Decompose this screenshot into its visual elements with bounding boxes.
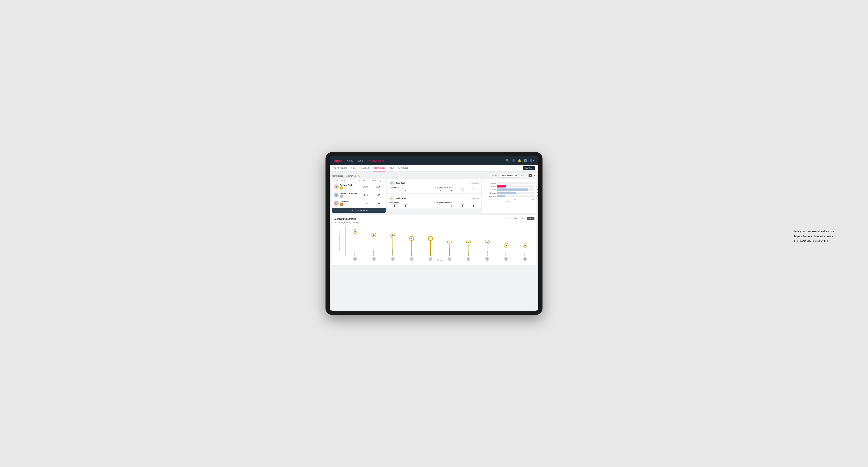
streaks-subtitle: Off The Tee, Fairway Accuracy [334, 222, 534, 224]
sub-nav-tour[interactable]: Tour [389, 165, 394, 172]
x-label-200: 200 [514, 198, 516, 200]
streak-bubble-9: 3x [523, 243, 527, 248]
streak-bubble-8: 3x [504, 243, 508, 248]
streak-name-below-9: C. Quick [524, 248, 526, 256]
score-2: 18/20 [358, 194, 372, 196]
streak-avatar-2: DB [391, 257, 395, 261]
card-2-date: 26 Aug 2023 [470, 198, 479, 199]
card-2-name: Josh Coles [396, 197, 406, 199]
leaderboard-row-1: RB Richard Butler 1 19/20 110 [332, 183, 386, 191]
view-icons: ⊞ ≡ ▦ ≔ [520, 174, 536, 177]
bar-label-birdies: Birdies [484, 186, 496, 187]
period-select[interactable]: Last 3 months [498, 174, 519, 178]
gridline-top [346, 226, 534, 226]
avg-3: 103 [372, 202, 384, 205]
bar-track-dbogeys: 131 [497, 195, 534, 197]
bar-birdies: Birdies 96 [484, 185, 534, 187]
sub-nav-hcaps[interactable]: Hcaps 1-5 [359, 165, 370, 172]
filter-arg[interactable]: ARG [520, 217, 526, 220]
card-2-rounds-row: Tournament 7 Practice 2 [389, 204, 433, 207]
nav-bar: clippd Home Teams My Performance 🔍 👤 🔔 ⚙… [330, 156, 538, 165]
card-2-player-info: JC Josh Coles [389, 196, 406, 201]
user-icon[interactable]: 👤 [512, 159, 516, 162]
streak-name-below-0: E. Ewert [354, 234, 355, 256]
card-2-putt: PUTT 1 [468, 204, 479, 207]
avatar-1: RB [334, 184, 339, 189]
streak-bubble-3: 5x [409, 236, 414, 241]
streak-avatar-4: RB [429, 257, 432, 261]
player-card-1: RB Rees Britt 02 Sep 2023 Total Rounds T… [387, 179, 481, 193]
profile-icon[interactable]: 👤▾ [530, 159, 534, 162]
bar-bogeys: Bogeys 311 [484, 192, 534, 194]
card-1-activities-label: Total Practice Activities [435, 187, 452, 188]
sub-nav-team-clippd[interactable]: Team Clippd [373, 165, 386, 172]
grid-view-icon[interactable]: ⊞ [520, 174, 524, 177]
streak-bars: 7xE. EwertEE6xB. McHargBM6xD. Billingham… [346, 228, 533, 256]
card-1-app: APP 0 [446, 188, 456, 192]
streaks-title: Best Round Streaks ← [334, 218, 360, 220]
sub-nav-all-players[interactable]: All Players [398, 165, 409, 172]
card-1-arg: ARG 0 [457, 188, 468, 192]
card-2-ott: OTT 0 [435, 204, 445, 207]
filter-app[interactable]: APP [513, 217, 519, 220]
sub-nav-links: PGAT Players PGA Hcaps 1-5 Team Clippd T… [333, 165, 523, 172]
rank-badge-1: 1 [340, 186, 343, 190]
bar-fill-dbogeys [497, 195, 505, 197]
col-pb-avg-sq: PB AVG SQ [372, 180, 384, 182]
card-1-rounds-row: Tournament 8 Practice 4 [389, 188, 433, 192]
card-1-rounds: Total Rounds Tournament 8 Practice 4 [389, 187, 433, 192]
streak-group-3: 5xJ. ColesJC [403, 228, 420, 256]
col-pb-score: PB SCORE [358, 180, 372, 182]
card-view-icon[interactable]: ▦ [528, 174, 532, 177]
streak-bars-area: 7xE. EwertEE6xB. McHargBM6xD. Billingham… [345, 226, 534, 256]
streak-group-9: 3xC. QuickCQ [517, 228, 533, 256]
list-view-icon[interactable]: ≡ [524, 174, 528, 177]
bar-track-bogeys: 311 [497, 192, 534, 194]
team-title: Team Clippd | 14 Players ✏️ [332, 175, 360, 177]
streak-avatar-0: EE [353, 257, 357, 261]
sub-nav-pga[interactable]: PGA [350, 165, 356, 172]
card-1-stats: Total Rounds Tournament 8 Practice 4 [389, 187, 479, 192]
streak-bubble-4: 5x [428, 236, 433, 241]
filter-ott[interactable]: OTT [505, 217, 512, 220]
filter-putt[interactable]: PUTT [527, 217, 534, 220]
nav-link-my-performance[interactable]: My Performance [367, 159, 384, 162]
player-name-2: Edward Crossman [340, 192, 358, 195]
avatar-3: C [334, 201, 339, 206]
card-1-date: 02 Sep 2023 [469, 182, 479, 184]
settings-icon[interactable]: ⚙️ [524, 159, 527, 162]
player-info-1: RB Richard Butler 1 [334, 184, 358, 190]
bar-track-birdies: 96 [497, 185, 534, 187]
search-icon[interactable]: 🔍 [506, 159, 509, 162]
player-name-badge-1: Richard Butler 1 [340, 184, 354, 190]
card-1-activities-row: OTT 0 APP 0 ARG 0 [435, 188, 479, 192]
bar-value-dbogeys: 131 [537, 195, 538, 197]
card-1-practice: Practice 4 [400, 188, 411, 192]
score-1: 19/20 [358, 186, 372, 188]
tablet-device: clippd Home Teams My Performance 🔍 👤 🔔 ⚙… [326, 152, 542, 315]
bar-label-eagles: Eagles [484, 182, 496, 184]
view-leaderboard-button[interactable]: View Full Leaderboard [332, 208, 386, 213]
streak-chart-container: Best Streak, Fairway Accuracy [334, 226, 534, 256]
table-view-icon[interactable]: ≔ [533, 174, 536, 177]
middle-panel: RB Rees Britt 02 Sep 2023 Total Rounds T… [387, 179, 481, 213]
streak-group-1: 6xB. McHargBM [365, 228, 382, 256]
nav-link-teams[interactable]: Teams [356, 159, 363, 162]
add-team-button[interactable]: Add Team [523, 166, 535, 170]
bell-icon[interactable]: 🔔 [518, 159, 521, 162]
streak-bubble-0: 7x [352, 229, 357, 234]
nav-link-home[interactable]: Home [347, 159, 353, 162]
rank-badge-2: 2 [340, 195, 343, 198]
streak-group-5: 4xE. CrossmanEC [441, 228, 458, 256]
streak-avatar-8: RB [504, 257, 508, 261]
leaderboard-row-3: C Cameron... 3 17/20 103 [332, 199, 386, 208]
player-name-1: Richard Butler [340, 184, 354, 186]
sub-nav-pgat-players[interactable]: PGAT Players [333, 165, 347, 172]
player-info-2: EC Edward Crossman 2 [334, 192, 358, 198]
card-2-activities-label: Total Practice Activities [435, 202, 452, 204]
team-header: Team Clippd | 14 Players ✏️ Show Last 3 … [332, 173, 536, 178]
bar-fill-eagles [497, 182, 497, 184]
streak-avatar-1: BM [372, 257, 376, 261]
streak-bubble-6: 4x [466, 240, 471, 244]
card-2-avatar: JC [389, 196, 394, 201]
